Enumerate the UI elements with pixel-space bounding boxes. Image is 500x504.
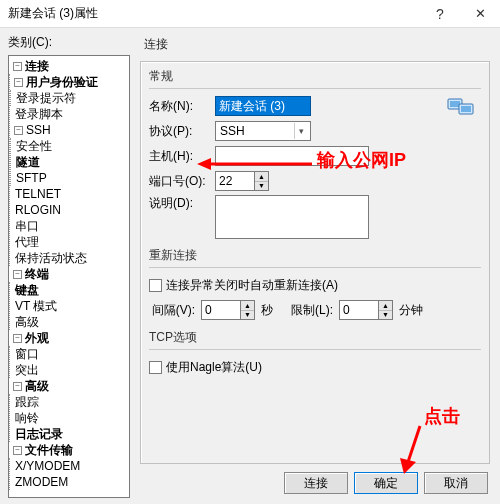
tree-window[interactable]: 窗口 [14, 346, 40, 363]
tree-vtmode[interactable]: VT 模式 [14, 298, 58, 315]
group-tcp: TCP选项 使用Nagle算法(U) [149, 329, 481, 378]
group-reconnect: 重新连接 连接异常关闭时自动重新连接(A) 间隔(V): ▲▼ 秒 限制(L): [149, 247, 481, 321]
settings-panel: 常规 名称(N): 协议(P): SSH ▾ 主机(H): [140, 61, 490, 464]
protocol-label: 协议(P): [149, 123, 215, 140]
category-label: 类别(C): [8, 34, 130, 51]
auto-reconnect-checkbox[interactable] [149, 279, 162, 292]
protocol-value: SSH [220, 124, 245, 138]
tree-tunnel[interactable]: 隧道 [15, 154, 41, 171]
tree-login-script[interactable]: 登录脚本 [14, 106, 64, 123]
tree-zmodem[interactable]: ZMODEM [14, 475, 69, 489]
tree-keepalive[interactable]: 保持活动状态 [14, 250, 88, 267]
tree-login-prompt[interactable]: 登录提示符 [15, 90, 77, 107]
spin-up-icon[interactable]: ▲ [241, 301, 254, 311]
spin-up-icon[interactable]: ▲ [255, 172, 268, 182]
minutes-label: 分钟 [399, 302, 423, 319]
chevron-down-icon: ▾ [294, 123, 308, 139]
port-label: 端口号(O): [149, 173, 215, 190]
ok-button[interactable]: 确定 [354, 472, 418, 494]
tree-advanced[interactable]: 高级 [24, 378, 50, 395]
tree-user-auth[interactable]: 用户身份验证 [25, 74, 99, 91]
tree-appearance[interactable]: 外观 [24, 330, 50, 347]
auto-reconnect-label: 连接异常关闭时自动重新连接(A) [166, 277, 338, 294]
tree-ssh[interactable]: SSH [25, 123, 52, 137]
right-pane: 连接 常规 名称(N): 协议(P): SSH ▾ [134, 28, 500, 504]
spin-down-icon[interactable]: ▼ [255, 182, 268, 191]
nagle-checkbox[interactable] [149, 361, 162, 374]
tree-toggle[interactable]: − [13, 62, 22, 71]
tree-serial[interactable]: 串口 [14, 218, 40, 235]
tree-trace[interactable]: 跟踪 [14, 394, 40, 411]
port-spinner[interactable]: ▲▼ [215, 171, 269, 191]
limit-label: 限制(L): [291, 302, 333, 319]
tree-toggle[interactable]: − [13, 382, 22, 391]
dialog-footer: 连接 确定 取消 [140, 464, 490, 498]
svg-rect-3 [461, 106, 471, 112]
help-button[interactable]: ? [420, 0, 460, 27]
tree-bell[interactable]: 响铃 [14, 410, 40, 427]
tree-highlight[interactable]: 突出 [14, 362, 40, 379]
spin-down-icon[interactable]: ▼ [241, 311, 254, 320]
divider [149, 349, 481, 350]
interval-spinner[interactable]: ▲▼ [201, 300, 255, 320]
tree-rlogin[interactable]: RLOGIN [14, 203, 62, 217]
tree-logging[interactable]: 日志记录 [14, 426, 64, 443]
tree-proxy[interactable]: 代理 [14, 234, 40, 251]
tree-toggle[interactable]: − [14, 78, 23, 87]
limit-spinner[interactable]: ▲▼ [339, 300, 393, 320]
group-tcp-title: TCP选项 [149, 329, 481, 346]
interval-input[interactable] [201, 300, 241, 320]
tree-keyboard[interactable]: 键盘 [14, 282, 40, 299]
tree-security[interactable]: 安全性 [15, 138, 53, 155]
tree-toggle[interactable]: − [13, 270, 22, 279]
close-button[interactable]: ✕ [460, 0, 500, 27]
interval-label: 间隔(V): [149, 302, 195, 319]
divider [149, 88, 481, 89]
tree-advanced[interactable]: 高级 [14, 314, 40, 331]
tree-connection[interactable]: 连接 [24, 58, 50, 75]
host-input[interactable] [215, 146, 369, 166]
tree-sftp[interactable]: SFTP [15, 171, 48, 185]
group-reconnect-title: 重新连接 [149, 247, 481, 264]
description-input[interactable] [215, 195, 369, 239]
window-controls: ? ✕ [420, 0, 500, 27]
titlebar: 新建会话 (3)属性 ? ✕ [0, 0, 500, 28]
group-general: 常规 名称(N): 协议(P): SSH ▾ 主机(H): [149, 68, 481, 239]
spin-up-icon[interactable]: ▲ [379, 301, 392, 311]
category-tree[interactable]: −连接 −用户身份验证 登录提示符 登录脚本 −SSH 安全性 [8, 55, 130, 498]
protocol-select[interactable]: SSH ▾ [215, 121, 311, 141]
dialog-body: 类别(C): −连接 −用户身份验证 登录提示符 登录脚本 −SS [0, 28, 500, 504]
host-label: 主机(H): [149, 148, 215, 165]
description-label: 说明(D): [149, 195, 215, 212]
tree-toggle[interactable]: − [14, 126, 23, 135]
window-title: 新建会话 (3)属性 [8, 5, 98, 22]
group-general-title: 常规 [149, 68, 481, 85]
seconds-label: 秒 [261, 302, 273, 319]
spin-down-icon[interactable]: ▼ [379, 311, 392, 320]
connect-button[interactable]: 连接 [284, 472, 348, 494]
limit-input[interactable] [339, 300, 379, 320]
nagle-label: 使用Nagle算法(U) [166, 359, 262, 376]
name-label: 名称(N): [149, 98, 215, 115]
computers-icon [447, 96, 475, 120]
divider [149, 267, 481, 268]
left-pane: 类别(C): −连接 −用户身份验证 登录提示符 登录脚本 −SS [0, 28, 134, 504]
tree-filetransfer[interactable]: 文件传输 [24, 442, 74, 459]
tree-terminal[interactable]: 终端 [24, 266, 50, 283]
tree-toggle[interactable]: − [13, 446, 22, 455]
tree-xymodem[interactable]: X/YMODEM [14, 459, 81, 473]
cancel-button[interactable]: 取消 [424, 472, 488, 494]
right-heading: 连接 [144, 36, 490, 53]
name-input[interactable] [215, 96, 311, 116]
tree-telnet[interactable]: TELNET [14, 187, 62, 201]
tree-toggle[interactable]: − [13, 334, 22, 343]
port-input[interactable] [215, 171, 255, 191]
